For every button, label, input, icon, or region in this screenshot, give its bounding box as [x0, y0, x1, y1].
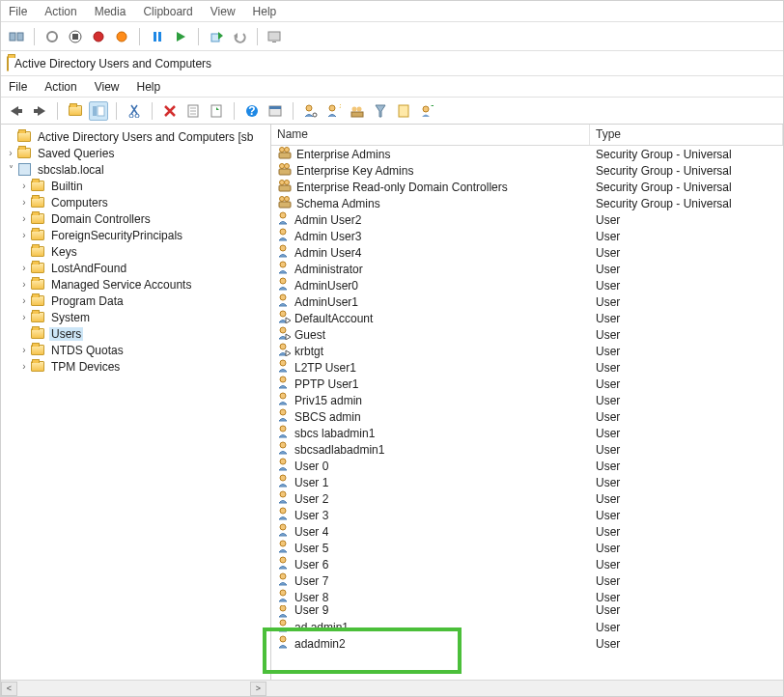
- list-row[interactable]: GuestUser: [271, 326, 783, 343]
- vm-menu-media[interactable]: Media: [95, 5, 126, 18]
- tree-node-active-directory-users-and-computers-sb[interactable]: Active Directory Users and Computers [sb: [1, 128, 270, 145]
- list-row[interactable]: Enterprise AdminsSecurity Group - Univer…: [271, 146, 783, 162]
- list-row[interactable]: User 3User: [271, 507, 783, 523]
- tree-node-domain-controllers[interactable]: ›Domain Controllers: [1, 210, 270, 227]
- list-row[interactable]: User 9User: [271, 605, 783, 619]
- tree-node-program-data[interactable]: ›Program Data: [1, 293, 270, 309]
- tree-horizontal-scrollbar[interactable]: < >: [1, 680, 783, 696]
- delete-icon[interactable]: [160, 101, 180, 121]
- list-row[interactable]: sbcs labadmin1User: [271, 425, 783, 441]
- mmc-menu-action[interactable]: Action: [44, 80, 76, 94]
- undo-icon[interactable]: [230, 27, 249, 46]
- tree-node-tpm-devices[interactable]: ›TPM Devices: [1, 358, 270, 375]
- play-icon[interactable]: [171, 27, 190, 46]
- properties-icon[interactable]: [183, 101, 203, 121]
- list-row[interactable]: Schema AdminsSecurity Group - Universal: [271, 195, 783, 211]
- tree-node-system[interactable]: ›System: [1, 309, 270, 325]
- list-row[interactable]: PPTP User1User: [271, 376, 783, 392]
- scroll-right-icon[interactable]: >: [250, 682, 266, 696]
- help-icon[interactable]: ?: [242, 101, 262, 121]
- list-row[interactable]: AdministratorUser: [271, 261, 783, 277]
- expand-toggle[interactable]: ›: [18, 213, 30, 224]
- tree-node-users[interactable]: Users: [1, 325, 270, 342]
- list-row[interactable]: AdminUser1User: [271, 293, 783, 310]
- expand-toggle[interactable]: ›: [18, 230, 30, 240]
- list-row[interactable]: User 4User: [271, 523, 783, 540]
- add-user-wizard-icon[interactable]: +: [417, 101, 436, 121]
- tree-node-lostandfound[interactable]: ›LostAndFound: [1, 260, 270, 276]
- tree-pane[interactable]: Active Directory Users and Computers [sb…: [1, 125, 271, 680]
- mmc-menu-file[interactable]: File: [9, 80, 27, 94]
- list-row[interactable]: Priv15 adminUser: [271, 392, 783, 408]
- expand-toggle[interactable]: ›: [18, 361, 30, 372]
- tree-node-sbcslab-local[interactable]: ˅sbcslab.local: [1, 161, 270, 178]
- list-row[interactable]: User 2User: [271, 490, 783, 507]
- expand-toggle[interactable]: ›: [18, 263, 30, 273]
- list-row[interactable]: ad admin1User: [271, 619, 783, 635]
- list-row[interactable]: User 5User: [271, 540, 783, 556]
- cut-icon[interactable]: [125, 101, 144, 121]
- vm-menu-clipboard[interactable]: Clipboard: [143, 5, 192, 18]
- list-row[interactable]: adadmin2User: [271, 635, 783, 652]
- list-row[interactable]: AdminUser0User: [271, 277, 783, 293]
- record-red-icon[interactable]: [89, 27, 108, 46]
- list-row[interactable]: User 1User: [271, 474, 783, 490]
- list-row[interactable]: L2TP User1User: [271, 359, 783, 376]
- list-row[interactable]: Admin User4User: [271, 244, 783, 261]
- list-row[interactable]: Admin User2User: [271, 211, 783, 228]
- tree-node-ntds-quotas[interactable]: ›NTDS Quotas: [1, 342, 270, 358]
- tree-node-managed-service-accounts[interactable]: ›Managed Service Accounts: [1, 276, 270, 293]
- refresh-icon[interactable]: [207, 101, 226, 121]
- power-icon[interactable]: [112, 27, 131, 46]
- find-icon[interactable]: [394, 101, 413, 121]
- tree-node-saved-queries[interactable]: ›Saved Queries: [1, 145, 270, 161]
- export-icon[interactable]: [207, 27, 226, 46]
- mmc-menu-view[interactable]: View: [95, 80, 120, 94]
- expand-toggle[interactable]: ›: [18, 197, 30, 208]
- show-hide-tree-icon[interactable]: [89, 101, 108, 121]
- list-row[interactable]: Enterprise Read-only Domain ControllersS…: [271, 179, 783, 195]
- list-row[interactable]: User 8User: [271, 589, 783, 605]
- tree-node-computers[interactable]: ›Computers: [1, 194, 270, 210]
- expand-toggle[interactable]: ›: [18, 181, 30, 191]
- forward-icon[interactable]: [30, 101, 49, 121]
- tree-node-builtin[interactable]: ›Builtin: [1, 178, 270, 194]
- list-row[interactable]: sbcsadlabadmin1User: [271, 441, 783, 458]
- pause-icon[interactable]: [148, 27, 167, 46]
- new-user-icon[interactable]: ✶: [324, 101, 344, 121]
- list-row[interactable]: krbtgtUser: [271, 343, 783, 359]
- expand-toggle[interactable]: ›: [18, 279, 30, 290]
- container-icon[interactable]: [266, 101, 285, 121]
- list-pane[interactable]: Name Type Enterprise AdminsSecurity Grou…: [271, 125, 783, 680]
- vm-menu-action[interactable]: Action: [44, 5, 76, 18]
- vm-menu-file[interactable]: File: [9, 5, 27, 18]
- tool-device-icon[interactable]: [7, 27, 26, 46]
- back-icon[interactable]: [7, 101, 26, 121]
- expand-toggle[interactable]: ›: [5, 148, 16, 158]
- tree-node-foreignsecurityprincipals[interactable]: ›ForeignSecurityPrincipals: [1, 227, 270, 243]
- expand-toggle[interactable]: ›: [18, 312, 30, 322]
- list-row[interactable]: User 0User: [271, 458, 783, 474]
- expand-toggle[interactable]: ›: [18, 295, 30, 306]
- stop-icon[interactable]: [66, 27, 85, 46]
- record-grey-icon[interactable]: [42, 27, 62, 46]
- list-row[interactable]: DefaultAccountUser: [271, 310, 783, 326]
- list-row[interactable]: Admin User3User: [271, 228, 783, 244]
- new-group-icon[interactable]: [348, 101, 367, 121]
- list-row[interactable]: SBCS adminUser: [271, 408, 783, 425]
- column-name[interactable]: Name: [271, 125, 590, 145]
- up-folder-icon[interactable]: [66, 101, 85, 121]
- mmc-menu-help[interactable]: Help: [137, 80, 161, 94]
- list-row[interactable]: User 6User: [271, 556, 783, 572]
- vm-menu-help[interactable]: Help: [253, 5, 277, 18]
- filter-icon[interactable]: [371, 101, 390, 121]
- column-type[interactable]: Type: [590, 125, 783, 145]
- screen-icon[interactable]: [266, 27, 285, 46]
- vm-menu-view[interactable]: View: [210, 5, 236, 18]
- find-user-icon[interactable]: [301, 101, 321, 121]
- expand-toggle[interactable]: ›: [18, 345, 30, 355]
- list-row[interactable]: User 7User: [271, 572, 783, 589]
- column-header[interactable]: Name Type: [271, 125, 783, 146]
- expand-toggle[interactable]: ˅: [5, 164, 16, 175]
- list-row[interactable]: Enterprise Key AdminsSecurity Group - Un…: [271, 162, 783, 179]
